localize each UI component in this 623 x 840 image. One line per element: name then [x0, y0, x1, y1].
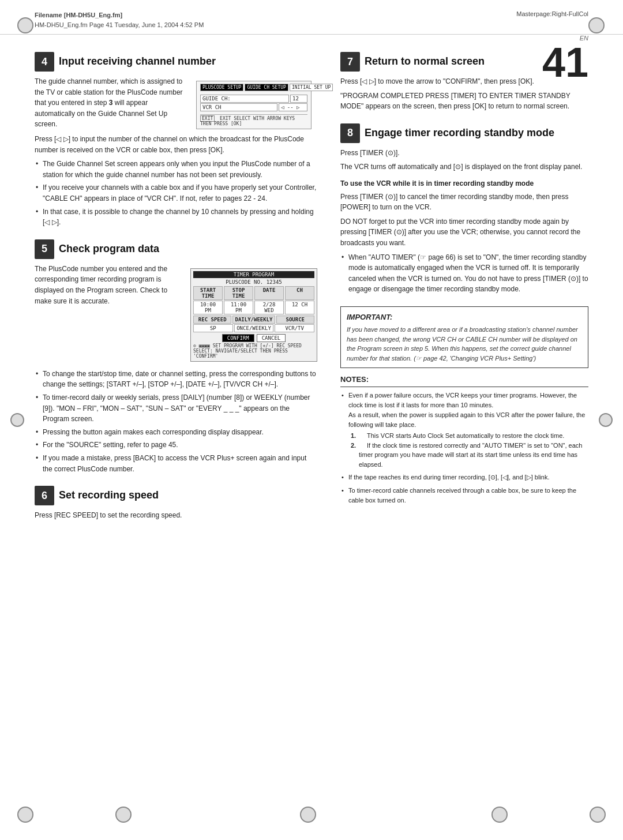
corner-circle-tr — [588, 17, 605, 33]
corner-circle-bml — [115, 807, 132, 823]
section-4-bullets: The Guide Channel Set screen appears onl… — [35, 159, 317, 228]
section-4-body1: The guide channel number, which is assig… — [35, 76, 189, 130]
section-8: 8 Engage timer recording standby mode Pr… — [340, 123, 588, 295]
section-5-number: 5 — [35, 239, 54, 259]
section-4-title: Input receiving channel number — [59, 55, 216, 68]
screen4-footer: EXIT EXIT SELECT WITH ARROW KEYS THEN PR… — [200, 114, 307, 126]
notes-title: NOTES: — [340, 374, 588, 387]
screen4-col1: PLUSCODE SETUP — [200, 84, 243, 91]
standby-subsection: To use the VCR while it is in timer reco… — [340, 178, 588, 295]
page-number-area: EN 41 — [542, 35, 588, 83]
screen5-start-val: 10:00 PM — [193, 301, 223, 314]
s5-bullet-2: To timer-record daily or weekly serials,… — [35, 392, 317, 425]
s5-bullet-4: For the "SOURCE" setting, refer to page … — [35, 440, 317, 451]
corner-circle-bl — [17, 807, 33, 823]
s5-bullet-5: If you made a mistake, press [BACK] to a… — [35, 453, 317, 474]
s4-bullet-3: In that case, it is possible to change t… — [35, 207, 317, 228]
section-7-number: 7 — [340, 52, 360, 72]
important-title: IMPORTANT: — [347, 312, 582, 323]
notes-item-1: Even if a power failure occurs, the VCR … — [340, 391, 588, 469]
screen4-guide-ch-val: 12 — [290, 95, 307, 103]
section-5-title: Check program data — [59, 243, 159, 256]
corner-circle-br — [590, 807, 606, 823]
section-8-number: 8 — [340, 123, 360, 143]
screen5-cancel-btn[interactable]: CANCEL — [257, 334, 286, 342]
section-4: 4 Input receiving channel number The gui… — [35, 52, 317, 228]
s5-bullet-3: Pressing the button again makes each cor… — [35, 427, 317, 438]
screen5-speed-val: SP — [193, 324, 233, 332]
screen5-speed-label: REC SPEED — [193, 316, 231, 324]
screen4-guide-ch-label: GUIDE CH: — [200, 95, 289, 103]
screen5-source-val: VCR/TV — [275, 324, 314, 332]
section-7-body2: "PROGRAM COMPLETED PRESS [TIMER] TO ENTE… — [340, 91, 588, 112]
notes-sub-1: 1. This VCR starts Auto Clock Set automa… — [348, 431, 588, 441]
standby-sub-title: To use the VCR while it is in timer reco… — [340, 178, 588, 189]
section-6: 6 Set recording speed Press [REC SPEED] … — [35, 486, 317, 521]
section-8-body2: The VCR turns off automatically and [⊙] … — [340, 162, 588, 172]
section-8-body1: Press [TIMER (⊙)]. — [340, 148, 588, 159]
content-area: 4 Input receiving channel number The gui… — [0, 40, 623, 556]
screen4-vcr-ch-val: ◁ -- ▷ — [279, 103, 307, 111]
screen5-title: TIMER PROGRAM — [193, 271, 314, 278]
section-5-body1: The PlusCode number you entered and the … — [35, 264, 183, 306]
standby-body2: DO NOT forget to put the VCR into timer … — [340, 216, 588, 249]
s4-bullet-2: If you receive your channels with a cabl… — [35, 182, 317, 204]
header-left: Filename [HM-DH5U_Eng.fm] HM-DH5U_Eng.fm… — [35, 10, 204, 29]
corner-circle-tl — [17, 17, 33, 33]
screen5-stop-val: 11:00 PM — [224, 301, 253, 314]
filename: Filename [HM-DH5U_Eng.fm] — [35, 10, 204, 20]
circle-right-mid — [599, 413, 613, 427]
standby-bullet-1: When "AUTO TIMER" (☞ page 66) is set to … — [340, 252, 588, 295]
section-6-header: 6 Set recording speed — [35, 486, 317, 505]
screen4-vcr-ch-label: VCR CH — [200, 103, 277, 111]
left-column: 4 Input receiving channel number The gui… — [35, 52, 317, 532]
important-text: If you have moved to a different area or… — [347, 325, 582, 363]
section-6-title: Set recording speed — [59, 489, 159, 502]
section-8-header: 8 Engage timer recording standby mode — [340, 123, 588, 143]
screen5-col-start: START TIME — [193, 286, 223, 300]
screen4-col3: INITIAL SET UP — [290, 84, 333, 91]
corner-circle-bmc — [300, 807, 316, 823]
standby-bullets: When "AUTO TIMER" (☞ page 66) is set to … — [340, 252, 588, 295]
section-5: 5 Check program data The PlusCode number… — [35, 239, 317, 474]
circle-left-mid — [10, 413, 24, 427]
section-5-bullets: To change the start/stop time, date or c… — [35, 369, 317, 474]
section-4-header: 4 Input receiving channel number — [35, 52, 317, 72]
screen5-source-label: SOURCE — [276, 316, 314, 324]
screen5-daily-val: ONCE/WEEKLY — [234, 324, 274, 332]
notes-item-5: To timer-record cable channels received … — [340, 486, 588, 505]
screen5-col-stop: STOP TIME — [224, 286, 253, 300]
important-box: IMPORTANT: If you have moved to a differ… — [340, 306, 588, 369]
masterpage-label: Masterpage:Right-FullCol — [516, 10, 588, 17]
standby-body1: Press [TIMER (⊙)] to cancel the timer re… — [340, 192, 588, 213]
screen5-pluscode: PLUSCODE NO. 12345 — [193, 279, 314, 285]
notes-item-4: If the tape reaches its end during timer… — [340, 472, 588, 482]
s4-bullet-1: The Guide Channel Set screen appears onl… — [35, 159, 317, 180]
screen4-col2: GUIDE CH SETUP — [245, 84, 288, 91]
corner-circle-bmr — [491, 807, 508, 823]
right-column: 7 Return to normal screen Press [◁ ▷] to… — [340, 52, 588, 532]
screen-5-mockup: TIMER PROGRAM PLUSCODE NO. 12345 START T… — [190, 268, 317, 362]
section-5-header: 5 Check program data — [35, 239, 317, 259]
screen5-date-val: 2/28 WED — [254, 301, 284, 314]
screen5-col-ch: CH — [285, 286, 314, 300]
section-4-body2: Press [◁ ▷] to input the number of the c… — [35, 134, 317, 155]
notes-box: NOTES: Even if a power failure occurs, t… — [340, 374, 588, 505]
notes-list: Even if a power failure occurs, the VCR … — [340, 391, 588, 505]
notes-sub-2: 2. If the clock time is restored correct… — [348, 441, 588, 470]
page-header: Filename [HM-DH5U_Eng.fm] HM-DH5U_Eng.fm… — [0, 0, 623, 35]
section-7-title: Return to normal screen — [365, 55, 485, 68]
screen5-icons: ⊙ ▣▣▣▣ SET PROGRAM WITH [+/-] REC SPEED … — [193, 343, 314, 359]
section-4-number: 4 — [35, 52, 54, 72]
section-6-body1: Press [REC SPEED] to set the recording s… — [35, 510, 317, 521]
page-container: Filename [HM-DH5U_Eng.fm] HM-DH5U_Eng.fm… — [0, 0, 623, 840]
section-6-number: 6 — [35, 486, 54, 505]
screen5-ch-val: 12 CH — [285, 301, 314, 314]
screen-4-mockup: PLUSCODE SETUP GUIDE CH SETUP INITIAL SE… — [196, 81, 312, 129]
filepath: HM-DH5U_Eng.fm Page 41 Tuesday, June 1, … — [35, 20, 204, 30]
screen5-daily-label: DAILY/WEEKLY — [232, 316, 275, 324]
section-8-title: Engage timer recording standby mode — [365, 127, 554, 140]
s5-bullet-1: To change the start/stop time, date or c… — [35, 369, 317, 390]
screen5-confirm-btn[interactable]: CONFIRM — [222, 334, 254, 342]
page-number: 41 — [542, 42, 588, 83]
